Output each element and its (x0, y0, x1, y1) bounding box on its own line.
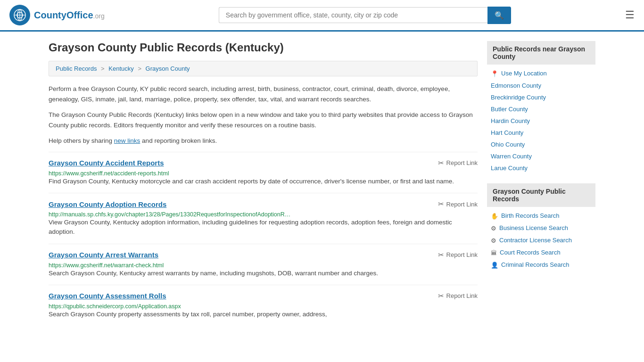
report-icon: ✂ (438, 251, 444, 259)
report-link-label: Report Link (446, 201, 478, 208)
breadcrumb: Public Records > Kentucky > Grayson Coun… (49, 61, 478, 76)
breckinridge-county-link[interactable]: Breckinridge County (491, 94, 546, 101)
sidebar-business-license[interactable]: ⚙ Business License Search (487, 222, 595, 234)
desc3-suffix: and reporting broken links. (140, 137, 217, 144)
birth-records-link[interactable]: Birth Records Search (501, 212, 560, 219)
business-license-link[interactable]: Business License Search (499, 224, 568, 231)
court-records-icon: 🏛 (491, 249, 497, 256)
search-icon: 🔍 (495, 11, 504, 19)
larue-county-link[interactable]: Larue County (491, 165, 528, 172)
sidebar-item-ohio[interactable]: Ohio County (487, 139, 595, 150)
sidebar-item-hardin[interactable]: Hardin County (487, 115, 595, 127)
report-link-label: Report Link (446, 251, 478, 258)
logo-suffix: .org (93, 12, 105, 20)
use-my-location-link[interactable]: Use My Location (501, 70, 547, 77)
breadcrumb-grayson[interactable]: Grayson County (146, 65, 190, 72)
listing-item: Grayson County Adoption Records ✂ Report… (49, 193, 478, 244)
desc-paragraph-2: The Grayson County Public Records (Kentu… (49, 110, 478, 130)
listing-item: Grayson County Assessment Rolls ✂ Report… (49, 285, 478, 326)
logo-icon (9, 5, 30, 25)
breadcrumb-public-records[interactable]: Public Records (56, 65, 97, 72)
business-license-icon: ⚙ (491, 225, 496, 232)
listing-desc: Find Grayson County, Kentucky motorcycle… (49, 177, 478, 186)
listing-url[interactable]: https://www.gcsheriff.net/warrant-check.… (49, 262, 164, 269)
listing-title[interactable]: Grayson County Arrest Warrants (49, 251, 158, 259)
desc-paragraph-3: Help others by sharing new links and rep… (49, 136, 478, 146)
sidebar-item-butler[interactable]: Butler County (487, 103, 595, 115)
sidebar-item-warren[interactable]: Warren County (487, 150, 595, 162)
listing-url[interactable]: https://www.gcsheriff.net/accident-repor… (49, 170, 169, 177)
listing-desc: View Grayson County, Kentucky adoption i… (49, 218, 478, 237)
contractor-license-link[interactable]: Contractor License Search (499, 237, 572, 244)
sidebar-item-larue[interactable]: Larue County (487, 162, 595, 174)
report-link-label: Report Link (446, 159, 478, 166)
listing-header: Grayson County Assessment Rolls ✂ Report… (49, 292, 478, 300)
sidebar: Public Records near Grayson County 📍 Use… (487, 41, 595, 326)
listing-title[interactable]: Grayson County Accident Reports (49, 159, 164, 167)
sidebar-contractor-license[interactable]: ⚙ Contractor License Search (487, 234, 595, 247)
breadcrumb-separator-1: > (101, 65, 106, 72)
sidebar-nearby-heading: Public Records near Grayson County (487, 41, 595, 65)
report-link-btn[interactable]: ✂ Report Link (438, 159, 478, 167)
sidebar-use-location[interactable]: 📍 Use My Location (487, 67, 595, 80)
main-wrapper: Grayson County Public Records (Kentucky)… (39, 32, 605, 335)
listing-header: Grayson County Adoption Records ✂ Report… (49, 200, 478, 208)
logo-name: CountyOffice (34, 10, 93, 20)
court-records-link[interactable]: Court Records Search (500, 249, 561, 256)
search-input[interactable] (219, 7, 487, 23)
ohio-county-link[interactable]: Ohio County (491, 141, 525, 148)
listing-item: Grayson County Accident Reports ✂ Report… (49, 152, 478, 193)
listing-desc: Search Grayson County, Kentucky arrest w… (49, 269, 478, 278)
location-pin-icon: 📍 (491, 70, 498, 77)
hardin-county-link[interactable]: Hardin County (491, 117, 530, 124)
logo-text: CountyOffice.org (34, 10, 105, 21)
desc3-prefix: Help others by sharing (49, 137, 114, 144)
search-area: 🔍 (219, 7, 511, 24)
sidebar-item-edmonson[interactable]: Edmonson County (487, 80, 595, 91)
listing-title[interactable]: Grayson County Adoption Records (49, 200, 166, 208)
breadcrumb-kentucky[interactable]: Kentucky (108, 65, 133, 72)
logo-area: CountyOffice.org (9, 5, 105, 25)
criminal-records-icon: 👤 (491, 262, 498, 269)
report-link-btn[interactable]: ✂ Report Link (438, 251, 478, 259)
search-button[interactable]: 🔍 (487, 7, 511, 24)
listings: Grayson County Accident Reports ✂ Report… (49, 152, 478, 326)
edmonson-county-link[interactable]: Edmonson County (491, 82, 541, 89)
page-title: Grayson County Public Records (Kentucky) (49, 41, 478, 54)
hart-county-link[interactable]: Hart County (491, 129, 523, 136)
desc-paragraph-1: Perform a free Grayson County, KY public… (49, 84, 478, 104)
listing-desc: Search Grayson County property assessmen… (49, 310, 478, 319)
sidebar-item-breckinridge[interactable]: Breckinridge County (487, 91, 595, 103)
header: CountyOffice.org 🔍 ☰ (0, 0, 644, 32)
listing-url[interactable]: http://manuals.sp.chfs.ky.gov/chapter13/… (49, 211, 290, 218)
sidebar-court-records[interactable]: 🏛 Court Records Search (487, 247, 595, 259)
menu-icon[interactable]: ☰ (625, 9, 635, 21)
criminal-records-link[interactable]: Criminal Records Search (501, 261, 570, 268)
breadcrumb-separator-2: > (138, 65, 143, 72)
report-link-btn[interactable]: ✂ Report Link (438, 200, 478, 208)
sidebar-records-section: Grayson County Public Records ✋ Birth Re… (487, 183, 595, 271)
listing-header: Grayson County Accident Reports ✂ Report… (49, 159, 478, 167)
sidebar-records-heading: Grayson County Public Records (487, 183, 595, 207)
warren-county-link[interactable]: Warren County (491, 153, 532, 160)
listing-url[interactable]: https://qpublic.schneidercorp.com/Applic… (49, 303, 181, 310)
listing-item: Grayson County Arrest Warrants ✂ Report … (49, 244, 478, 285)
report-link-label: Report Link (446, 292, 478, 299)
sidebar-nearby-section: Public Records near Grayson County 📍 Use… (487, 41, 595, 174)
report-icon: ✂ (438, 200, 444, 208)
birth-records-icon: ✋ (491, 213, 498, 220)
sidebar-item-hart[interactable]: Hart County (487, 127, 595, 139)
content-area: Grayson County Public Records (Kentucky)… (49, 41, 478, 326)
sidebar-birth-records[interactable]: ✋ Birth Records Search (487, 210, 595, 222)
listing-title[interactable]: Grayson County Assessment Rolls (49, 292, 166, 300)
hamburger-icon: ☰ (625, 9, 635, 21)
butler-county-link[interactable]: Butler County (491, 106, 528, 113)
report-link-btn[interactable]: ✂ Report Link (438, 292, 478, 300)
listing-header: Grayson County Arrest Warrants ✂ Report … (49, 251, 478, 259)
report-icon: ✂ (438, 159, 444, 167)
contractor-license-icon: ⚙ (491, 237, 496, 244)
new-links-link[interactable]: new links (114, 137, 140, 144)
sidebar-criminal-records[interactable]: 👤 Criminal Records Search (487, 259, 595, 271)
report-icon: ✂ (438, 292, 444, 300)
